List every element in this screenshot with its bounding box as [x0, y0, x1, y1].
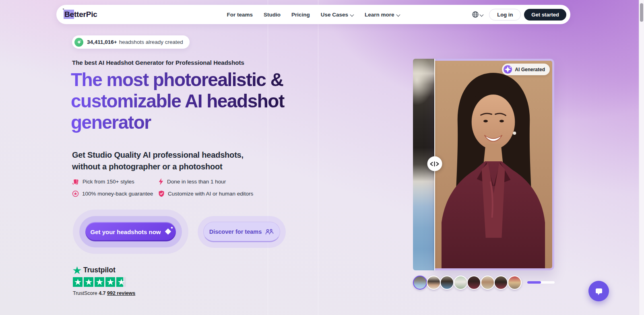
nav-pricing[interactable]: Pricing: [291, 12, 310, 18]
user-thumbnail-8[interactable]: [508, 276, 522, 290]
scrollbar-thumb[interactable]: [640, 3, 643, 22]
get-headshots-button[interactable]: Get your headshots now: [85, 222, 176, 241]
carousel-progress-fill: [527, 281, 541, 284]
hero-eyebrow: The best AI Headshot Generator for Profe…: [72, 59, 244, 66]
team-people-icon: [265, 229, 274, 235]
nav-studio[interactable]: Studio: [264, 12, 281, 18]
medal-icon: [72, 190, 79, 197]
ai-generated-badge: AI Generated: [502, 64, 550, 75]
user-thumbnail-2[interactable]: [427, 276, 441, 290]
user-thumbnail-5[interactable]: [467, 276, 481, 290]
chevron-down-icon: [351, 13, 354, 16]
feature-list: Pick from 150+ styles Done in less than …: [72, 178, 253, 197]
login-button[interactable]: Log in: [489, 9, 521, 21]
background-gridline: [268, 0, 268, 315]
trustpilot-star-2: [84, 277, 93, 287]
feature-styles: Pick from 150+ styles: [72, 178, 158, 185]
hero-heading: The most photorealistic & customizable A…: [71, 69, 345, 133]
headshots-count-label: headshots already created: [119, 39, 183, 45]
before-after-showcase: AI Generated: [413, 59, 554, 270]
style-cards-icon: [72, 178, 79, 185]
globe-icon: [472, 11, 479, 18]
trustpilot-logo: Trustpilot: [73, 266, 135, 274]
feature-speed: Done in less than 1 hour: [158, 178, 253, 185]
trustpilot-star-3: [95, 277, 104, 287]
diamond-sparkle-icon: [165, 229, 171, 235]
trustpilot-rating-stars: [73, 277, 135, 287]
portrait-illustration: [434, 61, 552, 268]
carousel-progress[interactable]: [527, 281, 555, 284]
headshots-counter-badge: 34,411,016+ headshots already created: [72, 35, 190, 49]
user-thumbnail-6[interactable]: [481, 276, 495, 290]
scrollbar-track[interactable]: [639, 0, 644, 315]
main-nav: For teams Studio Pricing Use Cases Learn…: [227, 5, 400, 24]
shield-check-icon: [158, 190, 165, 197]
drag-arrows-icon: [430, 161, 440, 167]
page: BetterPic For teams Studio Pricing Use C…: [0, 0, 644, 315]
nav-use-cases[interactable]: Use Cases: [321, 12, 354, 18]
chevron-down-icon: [480, 13, 483, 16]
hero-subheading: Get Studio Quality AI professional heads…: [72, 149, 244, 173]
header-actions: Log in Get started: [472, 9, 566, 21]
reviews-link[interactable]: 992 reviews: [107, 290, 135, 296]
user-thumbnail-3[interactable]: [440, 276, 454, 290]
comparison-slider-handle[interactable]: [427, 156, 442, 171]
user-thumbnail-4[interactable]: [454, 276, 468, 290]
nav-learn-more[interactable]: Learn more: [365, 12, 400, 18]
header: BetterPic For teams Studio Pricing Use C…: [56, 5, 570, 24]
trustpilot-caption: TrustScore 4.7 992 reviews: [73, 290, 135, 296]
ai-generated-photo: AI Generated: [434, 59, 554, 270]
chat-bubble-icon: [594, 286, 604, 296]
nav-for-teams[interactable]: For teams: [227, 12, 253, 18]
sparkle-icon: [504, 65, 512, 74]
headshots-count: 34,411,016+: [87, 39, 117, 45]
get-started-button[interactable]: Get started: [524, 9, 566, 21]
sparkle-icon: [74, 38, 83, 47]
feature-customize: Customize with AI or human editors: [158, 190, 253, 197]
headshot-thumbnails: [413, 276, 521, 290]
trustpilot-widget: Trustpilot TrustScore 4.7 992 reviews: [73, 266, 135, 296]
chevron-down-icon: [397, 13, 400, 16]
chat-widget-button[interactable]: [588, 281, 609, 301]
lightning-icon: [158, 178, 164, 185]
discover-for-teams-button[interactable]: Discover for teams: [203, 222, 280, 242]
logo[interactable]: BetterPic: [64, 10, 97, 19]
trustpilot-star-1: [73, 277, 83, 287]
trustpilot-star-icon: [73, 266, 81, 274]
language-selector[interactable]: [472, 11, 483, 18]
user-thumbnail-7[interactable]: [494, 276, 508, 290]
feature-guarantee: 100% money-back guarantee: [72, 190, 158, 197]
background-gridline: [318, 0, 318, 315]
user-thumbnail-1[interactable]: [413, 276, 427, 290]
trustpilot-star-5: [116, 277, 126, 287]
trustpilot-star-4: [105, 277, 115, 287]
